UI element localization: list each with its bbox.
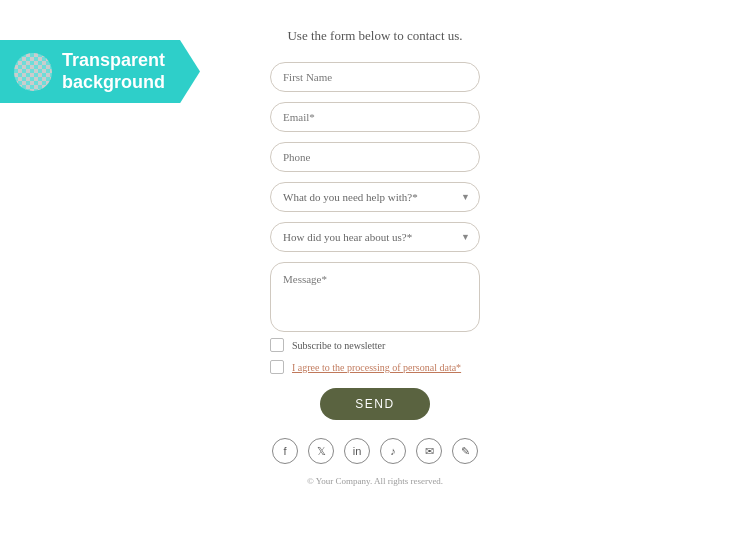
- help-select-wrapper: What do you need help with?* Option 1 Op…: [270, 182, 480, 212]
- linkedin-icon[interactable]: in: [344, 438, 370, 464]
- badge-label: Transparent background: [62, 50, 165, 93]
- agreement-row: I agree to the processing of personal da…: [270, 360, 480, 374]
- checkbox-section: Subscribe to newsletter I agree to the p…: [270, 338, 480, 374]
- agreement-link[interactable]: I agree to the processing of personal da…: [292, 362, 461, 373]
- mail-icon[interactable]: ✉: [416, 438, 442, 464]
- hear-select[interactable]: How did you hear about us?* Google Socia…: [270, 222, 480, 252]
- twitter-icon[interactable]: 𝕏: [308, 438, 334, 464]
- hear-select-wrapper: How did you hear about us?* Google Socia…: [270, 222, 480, 252]
- email-input[interactable]: [270, 102, 480, 132]
- message-input[interactable]: [270, 262, 480, 332]
- transparent-badge: Transparent background: [0, 40, 200, 103]
- edit-icon[interactable]: ✎: [452, 438, 478, 464]
- newsletter-checkbox[interactable]: [270, 338, 284, 352]
- newsletter-label: Subscribe to newsletter: [292, 340, 385, 351]
- badge-circle-icon: [14, 53, 52, 91]
- agreement-checkbox[interactable]: [270, 360, 284, 374]
- send-button[interactable]: SEND: [320, 388, 430, 420]
- first-name-input[interactable]: [270, 62, 480, 92]
- social-icons-bar: f 𝕏 in ♪ ✉ ✎: [272, 438, 478, 464]
- footer-text: © Your Company. All rights reserved.: [307, 476, 443, 486]
- form-tagline: Use the form below to contact us.: [287, 28, 462, 44]
- help-select[interactable]: What do you need help with?* Option 1 Op…: [270, 182, 480, 212]
- phone-input[interactable]: [270, 142, 480, 172]
- contact-form: What do you need help with?* Option 1 Op…: [270, 62, 480, 332]
- facebook-icon[interactable]: f: [272, 438, 298, 464]
- music-icon[interactable]: ♪: [380, 438, 406, 464]
- newsletter-row: Subscribe to newsletter: [270, 338, 480, 352]
- agreement-label: I agree to the processing of personal da…: [292, 362, 461, 373]
